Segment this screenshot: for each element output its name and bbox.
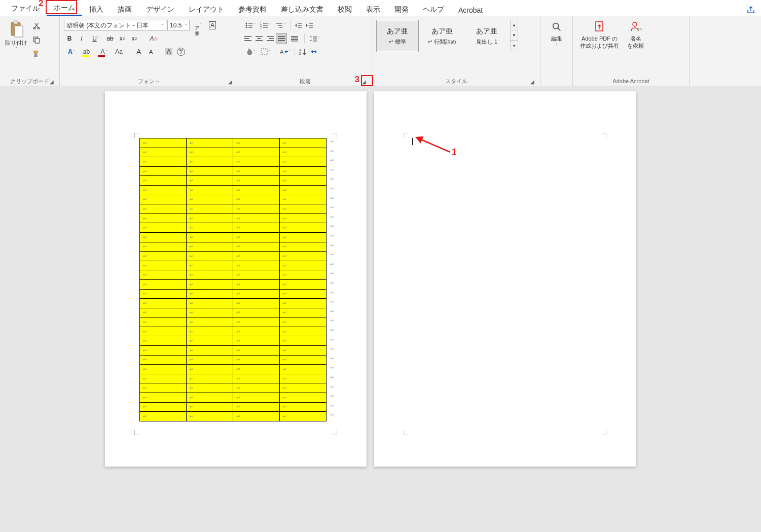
font-size-combo[interactable]: 10.5˅ <box>167 20 190 31</box>
italic-button[interactable]: I <box>76 33 87 44</box>
table-cell[interactable]: ↩ <box>140 346 187 356</box>
table-cell[interactable]: ↩ <box>187 157 233 167</box>
align-justify-button[interactable] <box>276 33 287 44</box>
styles-expand[interactable]: ▾ <box>511 41 518 51</box>
table-cell[interactable]: ↩ <box>280 393 327 403</box>
create-pdf-button[interactable]: Adobe PDF の作成および共有 <box>576 18 623 51</box>
table-cell[interactable]: ↩ <box>280 185 327 195</box>
table-cell[interactable]: ↩ <box>140 365 187 374</box>
align-right-button[interactable] <box>265 33 276 44</box>
table-cell[interactable]: ↩ <box>187 336 233 346</box>
table-cell[interactable]: ↩ <box>280 242 327 252</box>
strikethrough-button[interactable]: ab <box>104 33 116 44</box>
table-cell[interactable]: ↩ <box>233 346 280 356</box>
table-cell[interactable]: ↩ <box>233 365 280 374</box>
table-cell[interactable]: ↩ <box>233 402 280 412</box>
table-cell[interactable]: ↩ <box>187 242 233 252</box>
line-spacing-button[interactable]: ˅ <box>307 33 322 44</box>
table-cell[interactable]: ↩ <box>140 402 187 412</box>
table-cell[interactable]: ↩ <box>187 393 233 403</box>
table-cell[interactable]: ↩ <box>233 383 280 393</box>
table-cell[interactable]: ↩ <box>187 299 233 308</box>
underline-button[interactable]: U˅ <box>88 33 103 44</box>
tab-help[interactable]: ヘルプ <box>416 2 451 16</box>
table-cell[interactable]: ↩ <box>280 195 327 204</box>
table-cell[interactable]: ↩ <box>280 148 327 157</box>
table-cell[interactable]: ↩ <box>280 204 327 214</box>
tab-references[interactable]: 参考資料 <box>231 2 274 16</box>
table-cell[interactable]: ↩ <box>280 223 327 233</box>
tab-view[interactable]: 表示 <box>359 2 387 16</box>
superscript-button[interactable]: x2 <box>129 33 140 44</box>
table-cell[interactable]: ↩ <box>233 336 280 346</box>
grow-font-button[interactable]: Aˆ <box>134 46 145 57</box>
table-cell[interactable]: ↩ <box>140 308 187 317</box>
table-cell[interactable]: ↩ <box>233 204 280 214</box>
table-cell[interactable]: ↩ <box>280 138 327 148</box>
tab-draw[interactable]: 描画 <box>111 2 139 16</box>
tab-home[interactable]: ホーム <box>47 1 82 16</box>
format-painter-icon[interactable] <box>31 49 42 59</box>
shrink-font-button[interactable]: Aˇ <box>146 46 157 57</box>
table-cell[interactable]: ↩ <box>233 252 280 261</box>
table-cell[interactable]: ↩ <box>187 317 233 327</box>
table-cell[interactable]: ↩ <box>187 261 233 270</box>
show-marks-button[interactable] <box>308 46 319 57</box>
table-cell[interactable]: ↩ <box>187 383 233 393</box>
table-cell[interactable]: ↩ <box>140 279 187 289</box>
table-cell[interactable]: ↩ <box>280 176 327 186</box>
table-cell[interactable]: ↩ <box>233 261 280 270</box>
table-cell[interactable]: ↩ <box>233 327 280 336</box>
table-cell[interactable]: ↩ <box>233 412 280 421</box>
find-button[interactable]: 編集 ˅ <box>546 18 568 50</box>
table-cell[interactable]: ↩ <box>233 138 280 148</box>
table-cell[interactable]: ↩ <box>187 289 233 299</box>
font-launcher[interactable]: ◢ <box>227 78 234 85</box>
style-no-spacing[interactable]: あア亜 ↵ 行間詰め <box>421 20 463 52</box>
table-cell[interactable]: ↩ <box>280 279 327 289</box>
table-cell[interactable]: ↩ <box>140 204 187 214</box>
tab-mailings[interactable]: 差し込み文書 <box>274 2 331 16</box>
tab-developer[interactable]: 開発 <box>387 2 416 16</box>
increase-indent-button[interactable] <box>304 20 315 31</box>
table-cell[interactable]: ↩ <box>233 299 280 308</box>
ruby-button[interactable]: ア亜˅ <box>191 20 206 31</box>
table-cell[interactable]: ↩ <box>233 270 280 280</box>
tab-insert[interactable]: 挿入 <box>82 2 111 16</box>
table-cell[interactable]: ↩ <box>187 232 233 242</box>
enclose-character-button[interactable]: 字 <box>175 46 187 57</box>
cut-icon[interactable] <box>31 21 42 31</box>
styles-scroll-down[interactable]: ▼ <box>511 30 518 41</box>
table-cell[interactable]: ↩ <box>233 393 280 403</box>
table-cell[interactable]: ↩ <box>280 232 327 242</box>
table-cell[interactable]: ↩ <box>140 138 187 148</box>
table-cell[interactable]: ↩ <box>140 185 187 195</box>
table-cell[interactable]: ↩ <box>140 252 187 261</box>
table-cell[interactable]: ↩ <box>233 176 280 186</box>
table-cell[interactable]: ↩ <box>187 327 233 336</box>
table-cell[interactable]: ↩ <box>280 261 327 270</box>
table-cell[interactable]: ↩ <box>233 185 280 195</box>
table-cell[interactable]: ↩ <box>280 166 327 176</box>
table-cell[interactable]: ↩ <box>187 355 233 365</box>
subscript-button[interactable]: x2 <box>117 33 128 44</box>
table-cell[interactable]: ↩ <box>280 365 327 374</box>
table-cell[interactable]: ↩ <box>140 270 187 280</box>
table-cell[interactable]: ↩ <box>280 336 327 346</box>
table-cell[interactable]: ↩ <box>280 317 327 327</box>
character-border-button[interactable]: A <box>207 20 218 31</box>
table-cell[interactable]: ↩ <box>187 374 233 383</box>
table-cell[interactable]: ↩ <box>280 157 327 167</box>
highlight-button[interactable]: ab˅ <box>80 46 95 57</box>
table-cell[interactable]: ↩ <box>140 299 187 308</box>
table-cell[interactable]: ↩ <box>280 214 327 223</box>
table-cell[interactable]: ↩ <box>187 138 233 148</box>
font-name-combo[interactable]: 游明朝 (本文のフォント - 日本˅ <box>64 20 166 31</box>
table-cell[interactable]: ↩ <box>233 374 280 383</box>
distributed-button[interactable] <box>287 33 302 44</box>
numbering-button[interactable]: 123˅ <box>258 20 273 31</box>
tab-layout[interactable]: レイアウト <box>182 2 231 16</box>
request-signature-button[interactable]: x✎ 署名を依頼 <box>623 18 648 51</box>
table-cell[interactable]: ↩ <box>233 355 280 365</box>
text-direction-button[interactable]: A˅ <box>277 46 293 57</box>
